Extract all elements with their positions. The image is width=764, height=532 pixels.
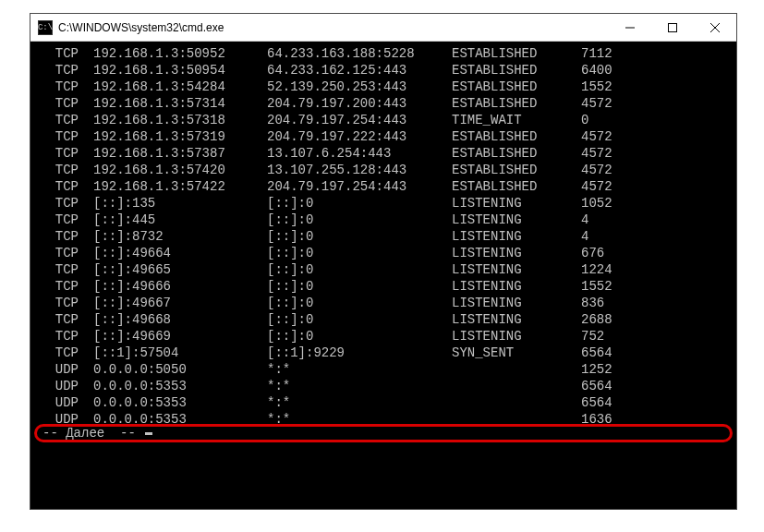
col-proto: UDP [40, 378, 93, 394]
col-proto: TCP [40, 79, 93, 95]
netstat-row: TCP[::]:445[::]:0LISTENING4 [30, 212, 736, 228]
cmd-window: C:\ C:\WINDOWS\system32\cmd.exe TCP192.1… [30, 13, 737, 510]
netstat-row: TCP192.168.1.3:57319204.79.197.222:443ES… [30, 128, 736, 145]
col-pid: 6564 [581, 394, 655, 411]
col-state: LISTENING [452, 278, 581, 295]
col-pid: 7112 [581, 45, 655, 62]
col-state: LISTENING [452, 295, 581, 311]
col-foreign: [::]:0 [267, 245, 452, 261]
titlebar[interactable]: C:\ C:\WINDOWS\system32\cmd.exe [30, 14, 736, 42]
col-foreign: 13.107.6.254:443 [267, 145, 452, 162]
col-local: [::1]:57504 [93, 345, 267, 361]
col-state: LISTENING [452, 328, 581, 345]
col-proto: TCP [40, 228, 93, 245]
netstat-row: TCP192.168.1.3:5095464.233.162.125:443ES… [30, 62, 736, 79]
col-foreign: [::1]:9229 [267, 345, 452, 361]
cursor [145, 432, 152, 435]
col-foreign: [::]:0 [267, 278, 452, 295]
col-foreign: [::]:0 [267, 212, 452, 228]
col-proto: TCP [40, 328, 93, 345]
col-proto: TCP [40, 95, 93, 112]
col-state: TIME_WAIT [452, 112, 581, 128]
col-proto: TCP [40, 45, 93, 62]
col-proto: TCP [40, 311, 93, 328]
col-local: 192.168.1.3:54284 [93, 79, 267, 95]
col-local: 192.168.1.3:57318 [93, 112, 267, 128]
col-proto: TCP [40, 195, 93, 212]
col-state [452, 394, 581, 411]
col-proto: TCP [40, 62, 93, 79]
col-pid: 2688 [581, 311, 655, 328]
pager-highlight: -- Далее -- [34, 424, 733, 442]
col-proto: TCP [40, 278, 93, 295]
cmd-icon: C:\ [38, 20, 53, 35]
col-state: ESTABLISHED [452, 45, 581, 62]
col-pid: 1252 [581, 361, 655, 378]
col-pid: 4572 [581, 178, 655, 195]
col-foreign: 64.233.162.125:443 [267, 62, 452, 79]
col-pid: 6400 [581, 62, 655, 79]
window-title: C:\WINDOWS\system32\cmd.exe [58, 21, 609, 34]
col-pid: 1224 [581, 261, 655, 278]
col-local: [::]:445 [93, 212, 267, 228]
col-proto: UDP [40, 394, 93, 411]
col-local: [::]:8732 [93, 228, 267, 245]
terminal-output[interactable]: TCP192.168.1.3:5095264.233.163.188:5228E… [30, 42, 736, 509]
col-state: LISTENING [452, 245, 581, 261]
col-proto: TCP [40, 128, 93, 145]
col-proto: TCP [40, 162, 93, 178]
col-foreign: 13.107.255.128:443 [267, 162, 452, 178]
col-state [452, 378, 581, 394]
col-local: [::]:49666 [93, 278, 267, 295]
col-local: 0.0.0.0:5353 [93, 394, 267, 411]
netstat-row: TCP[::]:49666[::]:0LISTENING1552 [30, 278, 736, 295]
maximize-button[interactable] [651, 14, 694, 41]
minimize-button[interactable] [609, 14, 651, 41]
col-pid: 4572 [581, 145, 655, 162]
col-foreign: [::]:0 [267, 228, 452, 245]
col-pid: 4572 [581, 162, 655, 178]
col-proto: TCP [40, 345, 93, 361]
netstat-row: UDP0.0.0.0:5050*:*1252 [30, 361, 736, 378]
col-proto: TCP [40, 145, 93, 162]
netstat-row: UDP0.0.0.0:5353*:*6564 [30, 394, 736, 411]
col-foreign: [::]:0 [267, 261, 452, 278]
col-state: ESTABLISHED [452, 128, 581, 145]
netstat-row: TCP192.168.1.3:5742013.107.255.128:443ES… [30, 162, 736, 178]
col-foreign: 204.79.197.222:443 [267, 128, 452, 145]
netstat-row: TCP[::]:49667[::]:0LISTENING836 [30, 295, 736, 311]
col-state: ESTABLISHED [452, 178, 581, 195]
col-local: 192.168.1.3:57319 [93, 128, 267, 145]
pager-text: -- Далее -- [42, 426, 143, 441]
netstat-row: TCP[::]:49669[::]:0LISTENING752 [30, 328, 736, 345]
col-pid: 6564 [581, 345, 655, 361]
col-local: 192.168.1.3:57422 [93, 178, 267, 195]
netstat-row: TCP192.168.1.3:57422204.79.197.254:443ES… [30, 178, 736, 195]
col-state: ESTABLISHED [452, 162, 581, 178]
col-local: [::]:49665 [93, 261, 267, 278]
svg-rect-1 [669, 23, 677, 31]
col-foreign: 52.139.250.253:443 [267, 79, 452, 95]
col-proto: TCP [40, 245, 93, 261]
close-button[interactable] [694, 14, 736, 41]
col-foreign: [::]:0 [267, 311, 452, 328]
col-pid: 4572 [581, 128, 655, 145]
col-state [452, 361, 581, 378]
col-local: 0.0.0.0:5050 [93, 361, 267, 378]
netstat-row: TCP[::]:49668[::]:0LISTENING2688 [30, 311, 736, 328]
col-state: SYN_SENT [452, 345, 581, 361]
col-foreign: *:* [267, 361, 452, 378]
col-state: LISTENING [452, 195, 581, 212]
netstat-row: TCP[::1]:57504[::1]:9229SYN_SENT6564 [30, 345, 736, 361]
col-pid: 1552 [581, 278, 655, 295]
col-foreign: [::]:0 [267, 328, 452, 345]
netstat-row: TCP192.168.1.3:57314204.79.197.200:443ES… [30, 95, 736, 112]
col-pid: 6564 [581, 378, 655, 394]
col-foreign: 204.79.197.254:443 [267, 178, 452, 195]
col-state: LISTENING [452, 212, 581, 228]
col-local: [::]:49667 [93, 295, 267, 311]
col-proto: UDP [40, 361, 93, 378]
col-state: LISTENING [452, 311, 581, 328]
netstat-row: TCP192.168.1.3:57318204.79.197.254:443TI… [30, 112, 736, 128]
netstat-row: TCP192.168.1.3:5095264.233.163.188:5228E… [30, 45, 736, 62]
